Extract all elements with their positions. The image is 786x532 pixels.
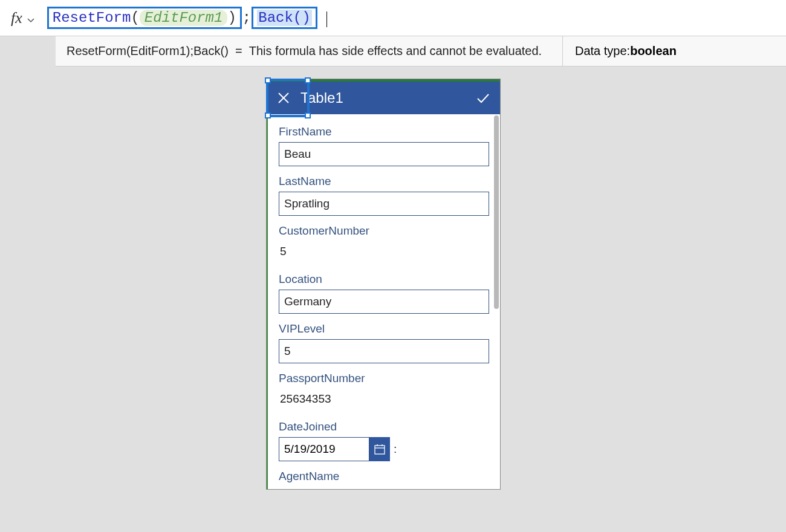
form-header: Table1 xyxy=(267,79,500,114)
datepicker-button[interactable] xyxy=(369,437,390,461)
input-firstname[interactable] xyxy=(279,142,489,166)
formula-separator: ; xyxy=(242,10,251,26)
formula-bar: fx ResetForm(EditForm1) ; Back() xyxy=(0,0,786,36)
check-icon xyxy=(475,90,491,106)
input-location[interactable] xyxy=(279,290,489,314)
close-icon xyxy=(277,91,290,105)
close-button[interactable] xyxy=(267,83,300,113)
label-agentname: AgentName xyxy=(279,470,489,483)
field-passportnumber: PassportNumber 25634353 xyxy=(279,372,489,412)
label-viplevel: VIPLevel xyxy=(279,322,489,336)
field-datejoined: DateJoined : xyxy=(279,420,489,461)
formula-token-resetform: ResetForm(EditForm1) xyxy=(47,7,242,29)
field-customernumber: CustomerNumber 5 xyxy=(279,224,489,264)
result-pad xyxy=(0,36,56,66)
formula-input[interactable]: ResetForm(EditForm1) ; Back() xyxy=(47,7,786,29)
field-location: Location xyxy=(279,273,489,314)
formula-token-back: Back() xyxy=(252,7,317,29)
scrollbar[interactable] xyxy=(494,115,499,309)
input-viplevel[interactable] xyxy=(279,339,489,363)
formula-result-bar: ResetForm(EditForm1);Back() = This formu… xyxy=(0,36,786,66)
input-lastname[interactable] xyxy=(279,192,489,216)
formula-datatype: Data type: boolean xyxy=(562,36,786,66)
value-customernumber: 5 xyxy=(279,241,489,264)
calendar-icon xyxy=(374,444,385,455)
label-datejoined: DateJoined xyxy=(279,420,489,433)
field-lastname: LastName xyxy=(279,175,489,216)
edit-form: FirstName LastName CustomerNumber 5 Loca… xyxy=(267,114,500,489)
app-preview: Table1 FirstName LastName CustomerNumber… xyxy=(266,79,501,490)
value-passportnumber: 25634353 xyxy=(279,389,489,412)
fx-label: fx xyxy=(11,9,22,27)
field-agentname: AgentName xyxy=(279,470,489,483)
formula-result-text: ResetForm(EditForm1);Back() = This formu… xyxy=(56,36,562,66)
svg-rect-2 xyxy=(375,446,385,454)
label-location: Location xyxy=(279,273,489,286)
input-datejoined[interactable] xyxy=(279,437,369,461)
text-caret xyxy=(326,11,327,27)
form-title: Table1 xyxy=(300,89,466,106)
field-viplevel: VIPLevel xyxy=(279,322,489,363)
label-lastname: LastName xyxy=(279,175,489,188)
date-trail: : xyxy=(394,443,397,456)
chevron-down-icon[interactable] xyxy=(27,16,34,23)
field-firstname: FirstName xyxy=(279,125,489,166)
label-firstname: FirstName xyxy=(279,125,489,138)
label-passportnumber: PassportNumber xyxy=(279,372,489,385)
submit-button[interactable] xyxy=(466,83,500,113)
label-customernumber: CustomerNumber xyxy=(279,224,489,238)
